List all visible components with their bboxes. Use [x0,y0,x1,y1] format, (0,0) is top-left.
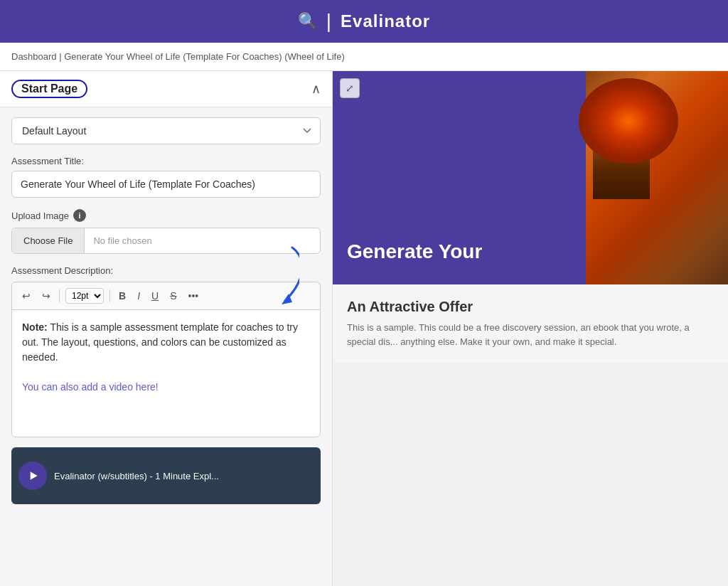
toolbar-divider-1 [59,289,60,302]
font-size-select[interactable]: 12pt 10pt 14pt 16pt [65,288,104,304]
hero-image [586,71,728,284]
italic-button[interactable]: I [134,289,143,303]
strikethrough-button[interactable]: S [167,289,179,303]
right-panel: ⤢ Generate Your An Attractive Offer This… [333,71,728,586]
preview-generate-title: Generate Your [347,240,482,263]
collapse-button[interactable]: ∧ [311,81,321,97]
video-text: You can also add a video here! [22,381,159,393]
file-input-row: Choose File No file chosen [11,228,321,254]
video-thumbnail[interactable]: Evalinator (w/subtitles) - 1 Minute Expl… [11,447,321,504]
logo-text: Evalinator [341,11,430,31]
main-layout: Start Page ∧ Default Layout Two Column F… [0,71,728,586]
preview-offer-text: This is a sample. This could be a free d… [347,321,714,348]
description-label: Assessment Description: [11,265,321,276]
breadcrumb-home[interactable]: Dashboard [11,51,57,62]
toolbar-divider-2 [109,289,110,302]
note-text: This is a sample assessment template for… [22,321,298,363]
left-panel: Start Page ∧ Default Layout Two Column F… [0,71,333,586]
panel-title: Start Page [11,80,87,98]
logo: 🔍 | Evalinator [298,10,430,33]
preview-content: An Attractive Offer This is a sample. Th… [333,284,728,363]
info-icon: i [73,209,86,222]
bold-button[interactable]: B [116,289,129,303]
choose-file-button[interactable]: Choose File [12,228,85,253]
video-title: Evalinator (w/subtitles) - 1 Minute Expl… [54,471,314,481]
breadcrumb-separator: | [59,51,61,62]
note-label: Note: [22,321,48,333]
assessment-title-label: Assessment Title: [11,156,321,166]
breadcrumb: Dashboard | Generate Your Wheel of Life … [0,43,728,71]
file-chosen-text: No file chosen [85,228,320,253]
preview-expand-button[interactable]: ⤢ [340,78,360,98]
svg-marker-1 [31,472,38,480]
logo-icon: 🔍 [298,12,318,31]
editor-toolbar: ↩ ↪ 12pt 10pt 14pt 16pt B I U S ••• [11,282,321,309]
app-header: 🔍 | Evalinator [0,0,728,43]
video-logo [18,462,47,490]
preview-offer-title: An Attractive Offer [347,299,714,315]
breadcrumb-current: Generate Your Wheel of Life (Template Fo… [64,51,345,62]
underline-button[interactable]: U [149,289,161,303]
preview-hero: Generate Your [333,71,728,284]
undo-button[interactable]: ↩ [19,289,33,303]
panel-header: Start Page ∧ [0,71,332,107]
panel-content: Default Layout Two Column Full Width Ass… [0,107,332,514]
layout-dropdown[interactable]: Default Layout Two Column Full Width [11,117,321,144]
redo-button[interactable]: ↪ [39,289,53,303]
upload-image-label: Upload Image i [11,209,321,222]
assessment-title-input[interactable] [11,171,321,198]
editor-content[interactable]: Note: This is a sample assessment templa… [11,309,321,437]
more-button[interactable]: ••• [185,289,201,303]
play-icon [26,469,40,483]
